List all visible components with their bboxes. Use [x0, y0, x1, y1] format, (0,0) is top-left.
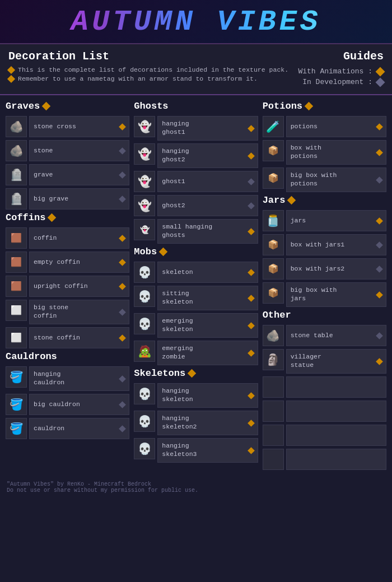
empty-coffin-label: empty coffin — [29, 252, 129, 273]
ghost2-icon: 👻 — [134, 195, 155, 216]
decoration-list-title: Decoration List — [8, 50, 288, 63]
villager-statue-icon: 🗿 — [263, 349, 284, 370]
cauldron-diamond — [119, 425, 126, 432]
list-item: 👻 ghost2 — [134, 195, 258, 216]
cauldron-icon: 🪣 — [6, 418, 27, 439]
hanging-skeleton-label: hangingskeleton — [157, 383, 258, 408]
graves-stone-icon: 🪨 — [6, 140, 27, 161]
jars-diamond — [287, 196, 296, 205]
intro-right: Guides With Animations : In Development … — [298, 50, 384, 89]
villager-statue-label: villagerstatue — [286, 349, 386, 374]
list-item: 🧪 potions — [263, 116, 386, 137]
footer-line1: "Autumn Vibes" by RenKo - Minecraft Bedr… — [7, 481, 385, 487]
list-item: ⬜ big stonecoffin — [6, 300, 129, 324]
other-empty2-label — [286, 401, 386, 422]
potions-icon: 🧪 — [263, 116, 284, 137]
other-empty4-icon — [263, 449, 284, 470]
graves-grave-icon: 🪦 — [6, 164, 27, 185]
ghost1-icon: 👻 — [134, 171, 155, 192]
hanging-cauldron-icon: 🪣 — [6, 366, 27, 388]
emergingzombie-diamond — [248, 350, 255, 357]
villagerstatue-diamond — [376, 358, 383, 365]
section-potions: Potions 🧪 potions 📦 box withpotions 📦 — [263, 101, 386, 192]
smallhangingghost-diamond — [248, 228, 255, 235]
emergingskeleton-diamond — [248, 322, 255, 329]
box-potions-label: box withpotions — [286, 140, 386, 165]
jars-label: jars — [286, 210, 386, 231]
section-jars: Jars 🫙 jars 📦 box with jars1 📦 — [263, 195, 386, 307]
hanging-skeleton-icon: 💀 — [134, 383, 155, 404]
cauldrons-header: Cauldrons — [6, 351, 129, 362]
list-item: 🫙 jars — [263, 210, 386, 231]
other-empty2-icon — [263, 401, 284, 422]
list-item — [263, 449, 386, 470]
section-skeletons: Skeletons 💀 hangingskeleton 💀 hangingske… — [134, 368, 258, 463]
stone-table-icon: 🪨 — [263, 325, 284, 346]
cauldron-label: cauldron — [29, 418, 129, 439]
coffins-diamond — [48, 213, 57, 222]
other-empty1-label — [286, 376, 386, 398]
list-item: 📦 box with jars1 — [263, 234, 386, 255]
hanging-skeleton3-label: hangingskeleton3 — [157, 438, 258, 463]
biggrave-diamond — [119, 195, 126, 203]
boxpotions-diamond — [376, 149, 383, 156]
box-jars1-icon: 📦 — [263, 234, 284, 255]
hanging-ghost1-icon: 👻 — [134, 116, 155, 137]
page-title: AUTUMN VIBES — [8, 6, 384, 39]
bigboxjars-diamond — [376, 291, 383, 299]
hanging-ghost2-label: hangingghost2 — [157, 143, 258, 168]
box-jars2-icon: 📦 — [263, 258, 284, 280]
other-header: Other — [263, 310, 386, 320]
bullet-icon-1 — [7, 66, 15, 73]
dev-diamond-icon — [376, 77, 385, 87]
boxjars2-diamond — [376, 266, 383, 273]
ghost1-label: ghost1 — [157, 171, 258, 192]
list-item: ⬜ stone coffin — [6, 327, 129, 348]
hanging-skeleton2-label: hangingskeleton2 — [157, 411, 258, 435]
graves-stone-label: stone — [29, 140, 129, 161]
other-empty3-icon — [263, 425, 284, 446]
list-item: 👻 small hangingghosts — [134, 219, 258, 244]
footer-line2: Do not use or share without my permissio… — [7, 487, 385, 493]
section-graves: Graves 🪨 stone cross 🪨 stone 🪦 — [6, 101, 129, 209]
graves-grave-label: grave — [29, 164, 129, 185]
stone-diamond — [119, 147, 126, 155]
graves-diamond — [42, 102, 51, 111]
list-item: 🪣 hangingcauldron — [6, 366, 129, 391]
stone-coffin-label: stone coffin — [29, 327, 129, 348]
bigcauldron-diamond — [119, 401, 126, 408]
boxjars1-diamond — [376, 241, 383, 249]
list-item: 💀 skeleton — [134, 262, 258, 283]
emerging-zombie-label: emergingzombie — [157, 341, 258, 365]
section-other: Other 🪨 stone table 🗿 villagerstatue — [263, 310, 386, 470]
hanging-skeleton3-icon: 💀 — [134, 438, 155, 459]
section-ghosts: Ghosts 👻 hangingghost1 👻 hangingghost2 👻 — [134, 101, 258, 244]
guides-title: Guides — [298, 50, 384, 63]
guide-row-animations: With Animations : — [298, 67, 384, 76]
intro-section: Decoration List This is the complete lis… — [0, 44, 392, 95]
graves-stone-cross-label: stone cross — [29, 116, 129, 137]
upright-coffin-icon: 🟫 — [6, 276, 27, 297]
column-left: Graves 🪨 stone cross 🪨 stone 🪦 — [6, 101, 129, 473]
list-item: 🪦 grave — [6, 164, 129, 185]
emerging-skeleton-label: emergingskeleton — [157, 313, 258, 338]
footer: "Autumn Vibes" by RenKo - Minecraft Bedr… — [0, 478, 392, 497]
list-item — [263, 376, 386, 398]
list-item: 💀 emergingskeleton — [134, 313, 258, 338]
big-box-jars-icon: 📦 — [263, 282, 284, 304]
list-item: 📦 box with jars2 — [263, 258, 386, 280]
main-content: Graves 🪨 stone cross 🪨 stone 🪦 — [0, 95, 392, 476]
list-item: 🟫 coffin — [6, 227, 129, 249]
column-right: Potions 🧪 potions 📦 box withpotions 📦 — [263, 101, 386, 473]
skeleton-label: skeleton — [157, 262, 258, 283]
coffin-label: coffin — [29, 227, 129, 249]
mobs-header: Mobs — [134, 246, 258, 257]
small-hanging-ghosts-icon: 👻 — [134, 219, 155, 240]
graves-big-icon: 🪦 — [6, 188, 27, 209]
list-item: 🪨 stone cross — [6, 116, 129, 137]
other-empty4-label — [286, 449, 386, 470]
bullet-icon-2 — [7, 75, 15, 82]
box-jars1-label: box with jars1 — [286, 234, 386, 255]
ghosts-header: Ghosts — [134, 101, 258, 111]
stone-cross-diamond — [119, 123, 126, 131]
